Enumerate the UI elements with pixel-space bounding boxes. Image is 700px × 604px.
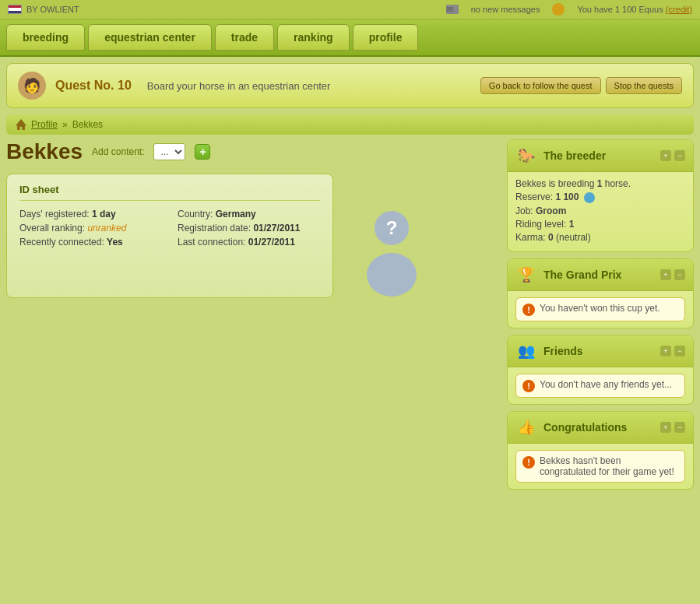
main-content: Bekkes Add content: ... + ID sheet Days'…	[6, 139, 694, 490]
avatar-area: ?	[349, 205, 434, 298]
reserve-icon	[584, 192, 595, 203]
friends-card-collapse[interactable]: −	[674, 346, 685, 356]
congratulations-card: 👍 Congratulations + − ! Bekkes hasn't be…	[507, 411, 694, 490]
svg-text:?: ?	[386, 217, 398, 238]
congrats-card-expand[interactable]: +	[660, 422, 671, 433]
tab-trade[interactable]: trade	[215, 24, 274, 51]
flag-icon	[8, 5, 22, 14]
congratulations-card-header: 👍 Congratulations + −	[508, 412, 693, 444]
breeder-card-body: Bekkes is breeding 1 horse. Reserve: 1 1…	[508, 172, 693, 251]
overall-ranking: Overall ranking: unranked	[19, 223, 162, 234]
friends-alert-icon: !	[522, 380, 535, 392]
equus-text: You have 1 100 Equus (credit)	[577, 5, 692, 14]
breeder-card-collapse[interactable]: −	[674, 150, 685, 161]
breadcrumb-separator: »	[62, 119, 68, 130]
follow-quest-button[interactable]: Go back to follow the quest	[480, 77, 601, 94]
profile-header: Bekkes Add content: ... +	[6, 139, 499, 164]
trophy-icon: 🏆	[515, 264, 537, 286]
add-content-button[interactable]: +	[195, 144, 210, 160]
breeder-card: 🐎 The breeder + − Bekkes is breeding 1 h…	[507, 139, 694, 252]
friends-card-body: ! You don't have any friends yet...	[508, 367, 693, 404]
grand-prix-card-header: 🏆 The Grand Prix + −	[508, 259, 693, 291]
top-bar-right: ✉ no new messages You have 1 100 Equus (…	[446, 3, 692, 16]
breeding-info: Bekkes is breeding 1 horse.	[515, 178, 685, 189]
alert-icon: !	[522, 304, 535, 316]
breeder-card-controls: + −	[660, 150, 685, 161]
riding-info: Riding level: 1	[515, 219, 685, 230]
last-connection: Last connection: 01/27/2011	[178, 237, 320, 248]
reserve-info: Reserve: 1 100	[515, 191, 685, 203]
friends-card-controls: + −	[660, 346, 685, 356]
registration-date: Registration date: 01/27/2011	[178, 223, 320, 234]
friends-alert: ! You don't have any friends yet...	[515, 374, 685, 398]
friends-alert-text: You don't have any friends yet...	[540, 379, 672, 390]
nav-bar: breeding equestrian center trade ranking…	[0, 19, 700, 57]
breeder-icon: 🐎	[515, 145, 537, 167]
tab-profile[interactable]: profile	[353, 24, 419, 51]
friends-card: 👥 Friends + − ! You don't have any frien…	[507, 335, 694, 405]
quest-description: Board your horse in an equestrian center	[147, 80, 331, 92]
id-sheet: ID sheet Days' registered: 1 day Country…	[6, 174, 333, 298]
avatar-silhouette: ?	[349, 205, 434, 298]
top-bar: BY OWLIENT ✉ no new messages You have 1 …	[0, 0, 700, 19]
friends-icon: 👥	[515, 340, 537, 362]
breadcrumb-current: Bekkes	[72, 119, 103, 130]
congratulations-alert-text: Bekkes hasn't been congratulated for the…	[540, 455, 678, 477]
breadcrumb-profile[interactable]: Profile	[31, 119, 58, 130]
friends-card-header: 👥 Friends + −	[508, 335, 693, 367]
avatar: ?	[349, 205, 434, 298]
breeder-card-expand[interactable]: +	[660, 150, 671, 161]
breeder-card-header: 🐎 The breeder + −	[508, 140, 693, 172]
congratulations-alert: ! Bekkes hasn't been congratulated for t…	[515, 450, 685, 483]
karma-info: Karma: 0 (neutral)	[515, 232, 685, 243]
grand-prix-alert: ! You haven't won this cup yet.	[515, 297, 685, 321]
quest-icon: 🧑	[18, 72, 46, 100]
add-content-label: Add content:	[92, 146, 144, 157]
equus-icon	[552, 3, 565, 16]
tab-equestrian-center[interactable]: equestrian center	[88, 24, 212, 51]
add-content-select[interactable]: ...	[153, 143, 185, 160]
id-sheet-grid: Days' registered: 1 day Country: Germany…	[19, 209, 320, 248]
profile-name: Bekkes	[6, 139, 83, 164]
grand-prix-card-collapse[interactable]: −	[674, 269, 685, 280]
id-sheet-title: ID sheet	[19, 184, 320, 201]
message-icon: ✉	[446, 5, 459, 14]
friends-card-title: Friends	[543, 345, 654, 357]
stop-quests-button[interactable]: Stop the quests	[606, 77, 682, 94]
grand-prix-alert-text: You haven't won this cup yet.	[540, 303, 660, 314]
breeder-card-title: The breeder	[543, 149, 654, 162]
congrats-icon: 👍	[515, 416, 537, 438]
congrats-card-collapse[interactable]: −	[674, 422, 685, 433]
grand-prix-card-expand[interactable]: +	[660, 269, 671, 280]
top-bar-left: BY OWLIENT	[8, 5, 79, 14]
congratulations-card-controls: + −	[660, 422, 685, 433]
grand-prix-card-controls: + −	[660, 269, 685, 280]
quest-bar: 🧑 Quest No. 10 Board your horse in an eq…	[6, 63, 694, 108]
grand-prix-card: 🏆 The Grand Prix + − ! You haven't won t…	[507, 258, 694, 328]
grand-prix-card-body: ! You haven't won this cup yet.	[508, 291, 693, 328]
quest-number: Quest No. 10	[55, 79, 132, 93]
country: Country: Germany	[178, 209, 320, 219]
breadcrumb: Profile » Bekkes	[6, 114, 694, 135]
quest-buttons: Go back to follow the quest Stop the que…	[480, 77, 682, 94]
recently-connected: Recently connected: Yes	[19, 237, 162, 248]
right-column: 🐎 The breeder + − Bekkes is breeding 1 h…	[507, 139, 694, 490]
job-info: Job: Groom	[515, 205, 685, 216]
congratulations-card-title: Congratulations	[543, 421, 654, 434]
days-registered: Days' registered: 1 day	[19, 209, 162, 219]
tab-ranking[interactable]: ranking	[277, 24, 350, 51]
profile-body: ID sheet Days' registered: 1 day Country…	[6, 174, 499, 298]
congrats-alert-icon: !	[522, 456, 535, 469]
home-icon	[16, 119, 26, 130]
grand-prix-card-title: The Grand Prix	[543, 269, 654, 281]
messages-text: no new messages	[471, 5, 540, 14]
tab-breeding[interactable]: breeding	[6, 24, 85, 51]
friends-card-expand[interactable]: +	[660, 346, 671, 356]
by-owlient-label: BY OWLIENT	[26, 5, 79, 14]
svg-point-2	[367, 253, 417, 297]
congratulations-card-body: ! Bekkes hasn't been congratulated for t…	[508, 444, 693, 489]
left-column: Bekkes Add content: ... + ID sheet Days'…	[6, 139, 499, 490]
